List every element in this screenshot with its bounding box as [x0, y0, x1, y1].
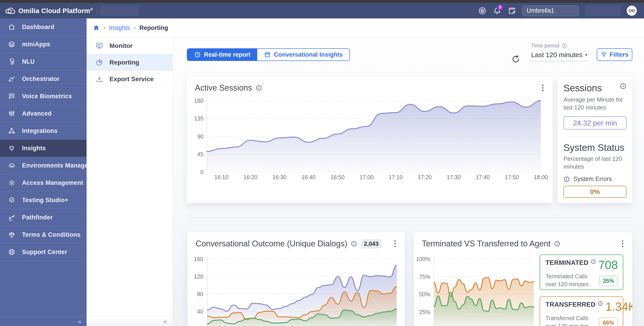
notification-count-badge: 2	[497, 4, 503, 10]
conversational-outcome-card: Conversational Outcome (Unique Dialogs) …	[188, 232, 405, 326]
info-icon[interactable]	[351, 240, 357, 247]
lifebuoy-icon	[8, 248, 15, 256]
dropdown-caret-icon: ▾	[585, 52, 587, 58]
lightbulb-icon	[8, 144, 15, 152]
sidebar-item-nlu[interactable]: NLU	[0, 53, 86, 70]
svg-text:17:40: 17:40	[476, 174, 490, 180]
system-errors-value: 0%	[564, 186, 626, 198]
svg-text:16:50: 16:50	[330, 174, 345, 180]
info-icon[interactable]	[620, 83, 626, 90]
conversational-outcome-chart: 1601208040	[188, 249, 405, 326]
tab-real-time-report[interactable]: Real-time report	[187, 49, 257, 60]
svg-text:135: 135	[194, 115, 204, 122]
chevron-right-icon: ›	[103, 24, 106, 32]
time-period-label: Time period	[531, 42, 560, 49]
sidebar-item-miniapps[interactable]: miniApps	[0, 36, 86, 53]
svg-text:17:10: 17:10	[388, 174, 403, 180]
total-dialogs-badge: 2,043	[361, 239, 382, 248]
cloud-icon	[8, 162, 15, 169]
svg-text:100%: 100%	[416, 256, 430, 262]
svg-text:120: 120	[194, 274, 203, 280]
kebab-menu-icon[interactable]	[620, 239, 625, 248]
critical-errors-label: Critical errors	[574, 203, 610, 203]
sidebar-item-terms-conditions[interactable]: Terms & Conditions ▴	[0, 226, 86, 244]
sidebar-collapse-button[interactable]: «	[78, 318, 82, 325]
info-icon[interactable]	[591, 259, 596, 264]
filters-button[interactable]: Filters	[597, 48, 632, 61]
integrations-icon	[8, 127, 15, 134]
tab-conversational-insights[interactable]: Conversational Insights	[257, 49, 350, 60]
sidebar-item-dashboard[interactable]: Dashboard	[0, 18, 86, 36]
app-title: Omilia Cloud Platform®	[18, 7, 93, 14]
info-icon[interactable]	[554, 240, 560, 247]
sessions-title: Sessions	[564, 83, 602, 94]
system-status-subtitle: Percentage of last 120 minutes	[564, 155, 626, 171]
appearance-icon[interactable]	[478, 6, 487, 15]
kebab-menu-icon[interactable]	[393, 239, 397, 248]
subnav-item-monitor[interactable]: Monitor	[86, 38, 172, 54]
sidebar-item-environments-manager[interactable]: Environments Manager	[0, 157, 86, 174]
terminated-transferred-title: Terminated VS Transferred to Agent	[422, 239, 550, 248]
sessions-panel: Sessions Average per Minute for last 120…	[558, 76, 632, 203]
subnav-item-export-service[interactable]: Export Service	[86, 71, 172, 88]
svg-text:18:00: 18:00	[534, 174, 548, 180]
organization-selector[interactable]: Umbrella1	[522, 6, 579, 16]
main-content: Real-time report Conversational Insights…	[173, 38, 644, 326]
sidebar-item-orchestrator[interactable]: Orchestrator	[0, 70, 86, 88]
breadcrumb-link-insights[interactable]: Insights	[109, 24, 130, 32]
svg-text:160: 160	[194, 256, 203, 262]
redacted-area	[585, 6, 621, 16]
info-icon[interactable]	[256, 85, 262, 91]
svg-text:80: 80	[197, 291, 203, 297]
breadcrumb-home-icon[interactable]	[93, 24, 100, 31]
sidebar-item-integrations[interactable]: Integrations	[0, 122, 86, 140]
section-divider	[190, 218, 632, 218]
pie-chart-icon	[96, 59, 103, 66]
system-status-title: System Status	[564, 142, 626, 153]
sidebar-item-insights[interactable]: Insights	[0, 140, 86, 157]
sessions-rate-value: 24.32 per min	[564, 116, 626, 130]
active-sessions-title: Active Sessions	[195, 83, 252, 93]
info-icon[interactable]	[562, 43, 567, 48]
release-notes-icon[interactable]	[508, 6, 516, 15]
svg-text:50%: 50%	[419, 291, 430, 298]
subnav-collapse-button[interactable]: «	[163, 318, 167, 325]
subnav-item-reporting[interactable]: Reporting	[86, 54, 172, 71]
active-sessions-card: Active Sessions 1801359045016:1016:2016:…	[187, 76, 552, 203]
time-period-value: Last 120 minutes	[531, 51, 582, 59]
subnav-footer: «	[86, 316, 172, 326]
monitor-icon	[96, 42, 103, 50]
download-icon	[96, 75, 103, 83]
logo[interactable]: Omilia Cloud Platform®	[0, 6, 93, 15]
conversational-outcome-title: Conversational Outcome (Unique Dialogs)	[196, 239, 347, 248]
primary-sidebar: Dashboard miniApps NLU Orchestrator Voic…	[0, 18, 86, 326]
sidebar-item-support-center[interactable]: Support Center	[0, 244, 86, 261]
sidebar-item-testing-studio[interactable]: Testing Studio+	[0, 192, 86, 209]
terminated-transferred-chart: 100%75%50%25%	[414, 249, 540, 326]
kebab-menu-icon[interactable]	[541, 83, 545, 93]
home-icon	[8, 24, 15, 30]
sidebar-item-voice-biometrics[interactable]: Voice Biometrics	[0, 88, 86, 105]
svg-text:90: 90	[197, 133, 204, 140]
clock-icon	[194, 51, 201, 58]
svg-text:17:50: 17:50	[505, 174, 519, 180]
sliders-icon	[8, 110, 15, 117]
notifications-bell-icon[interactable]: 2	[493, 6, 502, 15]
info-icon[interactable]	[564, 176, 570, 182]
refresh-icon[interactable]	[511, 54, 521, 64]
sidebar-item-access-management[interactable]: Access Management	[0, 174, 86, 192]
svg-text:17:20: 17:20	[418, 174, 432, 180]
terminated-value: 708	[598, 259, 618, 271]
sidebar-item-advanced[interactable]: Advanced	[0, 105, 86, 122]
sidebar-item-pathfinder[interactable]: Pathfinder	[0, 209, 86, 226]
nlu-icon	[8, 58, 15, 65]
svg-text:16:30: 16:30	[272, 174, 287, 180]
transferred-stat-card: TRANSFERRED 1.34K Transferred Callsover …	[540, 296, 623, 326]
info-icon[interactable]	[598, 301, 603, 306]
redacted-area	[100, 6, 138, 16]
terminated-percentage-badge: 35%	[599, 276, 618, 286]
user-avatar[interactable]: OD	[627, 6, 637, 16]
time-period-select[interactable]: Time period Last 120 minutes ▾	[531, 42, 587, 61]
rosette-check-icon	[8, 196, 15, 204]
breadcrumb: › Insights › Reporting	[86, 18, 644, 38]
